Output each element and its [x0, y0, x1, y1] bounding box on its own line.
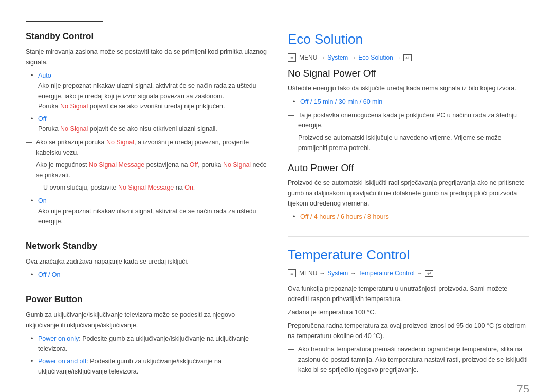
arrow: → — [319, 270, 325, 277]
eco-solution-section: Eco Solution ≡ MENU → System → Eco Solut… — [288, 31, 529, 222]
eco-solution-title: Eco Solution — [288, 31, 529, 47]
list-item: Off / On — [31, 270, 267, 280]
network-standby-desc: Ova značajka zadržava napajanje kada se … — [26, 256, 267, 267]
no-signal-msg-ref: No Signal Message — [89, 161, 144, 169]
dash-item: Ako je mogućnost No Signal Message posta… — [26, 160, 267, 180]
dash-item: Proizvod se automatski isključuje u nave… — [288, 133, 529, 153]
temperature-control-menu-path: ≡ MENU → System → Temperature Control → … — [288, 269, 529, 277]
arrow: → — [350, 270, 356, 277]
on-desc: Ako nije prepoznat nikakav ulazni signal… — [38, 208, 256, 225]
menu-icon: ≡ — [288, 53, 296, 62]
no-signal-power-off-title: No Signal Power Off — [288, 68, 529, 79]
temp-control-desc2: Zadana je temperatura 100 °C. — [288, 307, 529, 318]
standby-control-title: Standby Control — [26, 31, 267, 42]
list-item: Off / 4 hours / 6 hours / 8 hours — [293, 212, 529, 222]
right-column: Eco Solution ≡ MENU → System → Eco Solut… — [288, 21, 529, 391]
enter-icon: ↵ — [425, 270, 433, 277]
list-item: Off / 15 min / 30 min / 60 min — [293, 97, 529, 107]
no-signal-ref: No Signal — [60, 103, 88, 110]
menu-text: MENU — [299, 54, 317, 61]
eco-solution-link: Eco Solution — [358, 54, 393, 61]
left-column: Standby Control Stanje mirovanja zaslona… — [26, 21, 267, 391]
temp-control-desc1: Ova funkcija prepoznaje temperaturu u un… — [288, 284, 529, 304]
dash-item: Ako trenutna temperatura premaši naveden… — [288, 344, 529, 375]
arrow: → — [319, 54, 325, 61]
auto-power-off-title: Auto Power Off — [288, 162, 529, 174]
enter-icon: ↵ — [403, 54, 412, 61]
list-item: On Ako nije prepoznat nikakav ulazni sig… — [31, 196, 267, 227]
no-signal-ref4: No Signal — [223, 161, 251, 169]
temperature-control-title: Temperature Control — [288, 247, 529, 263]
off-ref: Off — [190, 161, 198, 169]
power-button-section: Power Button Gumb za uključivanje/isklju… — [26, 294, 267, 377]
temperature-control-section: Temperature Control ≡ MENU → System → Te… — [288, 247, 529, 375]
power-button-title: Power Button — [26, 294, 267, 305]
section-divider — [288, 236, 529, 237]
no-signal-ref3: No Signal — [106, 139, 134, 146]
top-rule — [288, 21, 529, 21]
page-number: 75 — [517, 383, 529, 392]
auto-label: Auto — [38, 72, 51, 79]
no-signal-power-off-section: No Signal Power Off Uštedite energiju ta… — [288, 68, 529, 153]
off-on-option: Off / On — [38, 271, 61, 278]
arrow: → — [417, 270, 423, 277]
power-button-desc: Gumb za uključivanje/isključivanje telev… — [26, 310, 267, 330]
off-label: Off — [38, 115, 46, 122]
hours-options: Off / 4 hours / 6 hours / 8 hours — [300, 213, 389, 220]
network-standby-title: Network Standby — [26, 241, 267, 251]
indent-note-text: U ovom slučaju, postavite No Signal Mess… — [43, 182, 267, 193]
network-standby-section: Network Standby Ova značajka zadržava na… — [26, 241, 267, 280]
list-item: Off Poruka No Signal pojavit će se ako n… — [31, 114, 267, 134]
dash-item: Ta je postavka onemogućena kada je prikl… — [288, 110, 529, 130]
auto-power-off-section: Auto Power Off Proizvod će se automatski… — [288, 162, 529, 222]
auto-note: Poruka No Signal pojavit će se ako izvor… — [38, 103, 225, 110]
no-signal-ref2: No Signal — [60, 125, 88, 133]
standby-control-section: Standby Control Stanje mirovanja zaslona… — [26, 31, 267, 227]
on-label: On — [38, 197, 47, 204]
system-link: System — [327, 270, 348, 277]
temp-control-link: Temperature Control — [358, 270, 414, 277]
power-on-off-label: Power on and off — [38, 358, 86, 365]
menu-icon: ≡ — [288, 269, 296, 277]
time-options: Off / 15 min / 30 min / 60 min — [300, 98, 382, 105]
list-item: Auto Ako nije prepoznat nikakav ulazni s… — [31, 70, 267, 111]
auto-desc: Ako nije prepoznat nikakav ulazni signal… — [38, 82, 256, 100]
list-item: Power on only: Podesite gumb za uključiv… — [31, 333, 267, 354]
eco-solution-menu-path: ≡ MENU → System → Eco Solution → ↵ — [288, 53, 529, 62]
system-link: System — [327, 54, 348, 61]
list-item: Power on and off: Podesite gumb za uklju… — [31, 356, 267, 377]
no-signal-msg-ref2: No Signal Message — [118, 184, 174, 191]
no-signal-power-off-desc: Uštedite energiju tako da isključite ure… — [288, 83, 529, 94]
menu-text: MENU — [299, 270, 317, 277]
standby-control-intro: Stanje mirovanja zaslona može se postavi… — [26, 47, 267, 67]
indent-note: U ovom slučaju, postavite No Signal Mess… — [36, 182, 267, 193]
arrow: → — [350, 54, 356, 61]
off-desc: Poruka No Signal pojavit će se ako nisu … — [38, 125, 217, 133]
dash-item: Ako se prikazuje poruka No Signal, a izv… — [26, 137, 267, 158]
power-on-only-label: Power on only — [38, 335, 79, 342]
arrow: → — [395, 54, 401, 61]
temp-control-desc3: Preporučena radna temperatura za ovaj pr… — [288, 321, 529, 341]
auto-power-off-desc: Proizvod će se automatski isključiti rad… — [288, 178, 529, 209]
on-ref: On — [184, 184, 193, 191]
